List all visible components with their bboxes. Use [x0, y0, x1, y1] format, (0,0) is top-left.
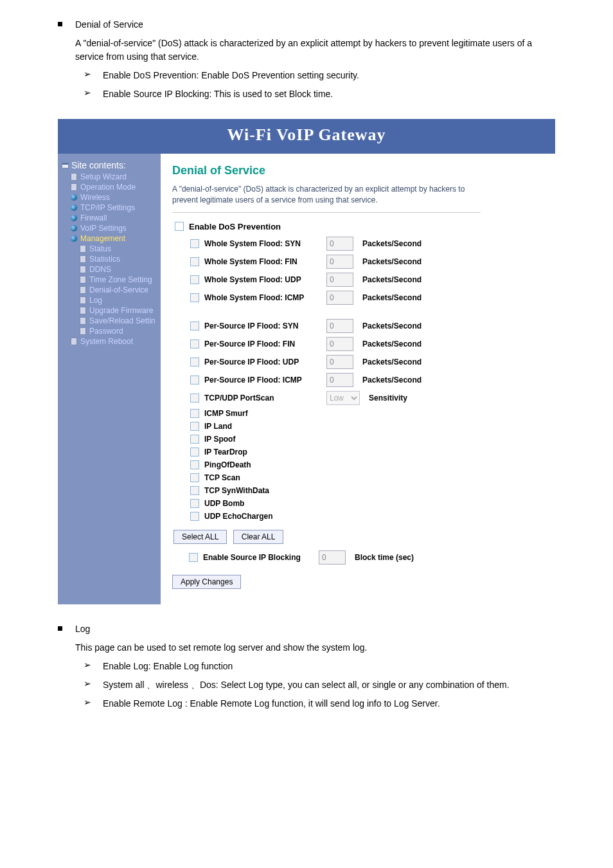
- option-unit: Packets/Second: [362, 257, 422, 266]
- source-ip-block-input[interactable]: [319, 550, 346, 565]
- file-icon: [80, 286, 86, 294]
- source-ip-block-checkbox[interactable]: [189, 553, 198, 562]
- option-label: IP TearDrop: [204, 448, 247, 457]
- clear-all-button[interactable]: Clear ALL: [233, 530, 284, 544]
- dos-option-row: UDP EchoChargen: [188, 512, 544, 521]
- option-checkbox[interactable]: [190, 435, 199, 444]
- sidebar-subitem[interactable]: Status: [62, 244, 158, 254]
- arrow-bullet-icon: ➢: [84, 660, 91, 670]
- sidebar-item[interactable]: Wireless: [62, 192, 158, 203]
- option-checkbox[interactable]: [190, 321, 199, 330]
- option-label: Per-Source IP Flood: FIN: [204, 339, 326, 348]
- file-icon: [80, 266, 86, 273]
- globe-icon: [71, 235, 77, 242]
- option-checkbox[interactable]: [190, 275, 199, 284]
- sidebar-item[interactable]: Management: [62, 233, 158, 244]
- option-unit: Packets/Second: [362, 239, 422, 248]
- option-input[interactable]: [326, 319, 353, 333]
- square-bullet-icon: [58, 22, 62, 26]
- option-input[interactable]: [326, 237, 353, 251]
- option-checkbox[interactable]: [190, 512, 199, 521]
- option-unit: Packets/Second: [362, 375, 422, 384]
- option-checkbox[interactable]: [190, 293, 199, 302]
- sidebar: Site contents: Setup WizardOperation Mod…: [58, 154, 161, 604]
- page-desc: A "denial-of-service" (DoS) attack is ch…: [172, 184, 481, 213]
- apply-changes-button[interactable]: Apply Changes: [172, 575, 241, 589]
- file-icon: [80, 317, 86, 325]
- dos-option-row: IP Spoof: [188, 435, 544, 444]
- app-window: Wi-Fi VoIP Gateway Site contents: Setup …: [58, 119, 555, 604]
- select-clear-row: Select ALL Clear ALL: [173, 530, 544, 544]
- option-checkbox[interactable]: [190, 499, 199, 508]
- dos-option-row: IP TearDrop: [188, 448, 544, 457]
- sidebar-title: Site contents:: [62, 160, 158, 170]
- option-checkbox[interactable]: [190, 460, 199, 469]
- option-checkbox[interactable]: [190, 448, 199, 457]
- option-input[interactable]: [326, 355, 353, 369]
- sidebar-item-label: Denial-of-Service: [89, 285, 148, 294]
- option-input[interactable]: [326, 291, 353, 305]
- dos-option-row: Whole System Flood: UDPPackets/Second: [188, 273, 544, 287]
- option-label: TCP Scan: [204, 473, 240, 482]
- sidebar-subitem[interactable]: Save/Reload Settin: [62, 316, 158, 326]
- doc-bottom-arrow1: Enable Log: Enable Log function: [103, 660, 233, 673]
- doc-bottom-arrow3: Enable Remote Log : Enable Remote Log fu…: [103, 697, 440, 710]
- sidebar-subitem[interactable]: Denial-of-Service: [62, 285, 158, 295]
- option-checkbox[interactable]: [190, 257, 199, 266]
- sidebar-item[interactable]: TCP/IP Settings: [62, 203, 158, 213]
- sidebar-subitem[interactable]: DDNS: [62, 264, 158, 275]
- option-checkbox[interactable]: [190, 409, 199, 418]
- sidebar-subitem[interactable]: Upgrade Firmware: [62, 305, 158, 316]
- option-unit: Packets/Second: [362, 357, 422, 366]
- select-all-button[interactable]: Select ALL: [173, 530, 227, 544]
- sidebar-item[interactable]: Operation Mode: [62, 182, 158, 192]
- option-input[interactable]: [326, 373, 353, 387]
- sidebar-subitem[interactable]: Log: [62, 295, 158, 305]
- sidebar-item[interactable]: VoIP Settings: [62, 223, 158, 233]
- source-ip-block-unit: Block time (sec): [355, 553, 414, 562]
- file-icon: [71, 338, 77, 345]
- option-checkbox[interactable]: [190, 357, 199, 366]
- sidebar-item-label: Save/Reload Settin: [89, 316, 155, 325]
- sidebar-item-label: VoIP Settings: [80, 224, 127, 233]
- dos-option-row: Per-Source IP Flood: SYNPackets/Second: [188, 319, 544, 333]
- sidebar-subitem[interactable]: Time Zone Setting: [62, 275, 158, 285]
- portscan-checkbox[interactable]: [190, 393, 199, 402]
- file-icon: [71, 173, 77, 181]
- globe-icon: [71, 194, 77, 201]
- square-bullet-icon: [58, 626, 62, 631]
- sidebar-subitem[interactable]: Statistics: [62, 254, 158, 264]
- option-checkbox[interactable]: [190, 422, 199, 431]
- option-input[interactable]: [326, 273, 353, 287]
- sidebar-item[interactable]: Setup Wizard: [62, 172, 158, 182]
- option-input[interactable]: [326, 255, 353, 269]
- doc-top-arrow2: Enable Source IP Blocking: This is used …: [103, 87, 333, 101]
- option-checkbox[interactable]: [190, 339, 199, 348]
- portscan-label: TCP/UDP PortScan: [204, 393, 326, 402]
- dos-option-row: Whole System Flood: FINPackets/Second: [188, 255, 544, 269]
- option-checkbox[interactable]: [190, 375, 199, 384]
- globe-icon: [71, 204, 77, 211]
- option-label: ICMP Smurf: [204, 409, 248, 418]
- doc-top-text: A "denial-of-service" (DoS) attack is ch…: [75, 37, 555, 64]
- sidebar-item[interactable]: Firewall: [62, 213, 158, 223]
- sidebar-item-label: Firewall: [80, 213, 107, 222]
- dos-option-row: UDP Bomb: [188, 499, 544, 508]
- sidebar-item-reboot[interactable]: System Reboot: [62, 336, 158, 347]
- dos-option-row: ICMP Smurf: [188, 409, 544, 418]
- option-input[interactable]: [326, 337, 353, 351]
- file-icon: [80, 307, 86, 314]
- arrow-bullet-icon: ➢: [84, 697, 91, 707]
- option-label: UDP Bomb: [204, 499, 244, 508]
- sidebar-subitem[interactable]: Password: [62, 326, 158, 336]
- portscan-select[interactable]: Low: [326, 391, 360, 405]
- option-checkbox[interactable]: [190, 486, 199, 495]
- file-icon: [80, 276, 86, 284]
- option-checkbox[interactable]: [190, 473, 199, 482]
- sidebar-item-label: TCP/IP Settings: [80, 203, 135, 212]
- dos-option-row: TCP Scan: [188, 473, 544, 482]
- option-checkbox[interactable]: [190, 239, 199, 248]
- sidebar-title-text: Site contents:: [71, 160, 126, 170]
- doc-top-title: Denial of Service: [75, 18, 143, 32]
- enable-dos-checkbox[interactable]: [175, 222, 184, 231]
